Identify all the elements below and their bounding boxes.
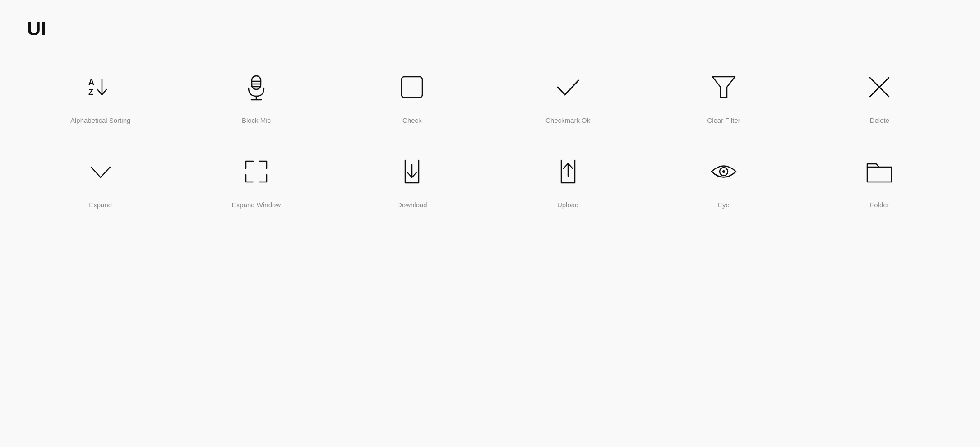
icon-item-expand-window: Expand Window [183, 151, 329, 209]
expand-icon [80, 151, 121, 192]
upload-icon [548, 151, 588, 192]
svg-marker-10 [712, 77, 735, 98]
svg-rect-3 [252, 76, 261, 89]
folder-icon [859, 151, 900, 192]
page-title: UI [27, 18, 953, 40]
alphabetical-sorting-icon: A Z [80, 67, 121, 107]
check-icon [392, 67, 432, 107]
expand-window-label: Expand Window [232, 201, 281, 209]
icon-item-expand: Expand [27, 151, 174, 209]
icon-item-alphabetical-sorting: A Z Alphabetical Sorting [27, 67, 174, 124]
eye-icon [703, 151, 744, 192]
checkmark-ok-label: Checkmark Ok [545, 116, 590, 124]
expand-label: Expand [89, 201, 112, 209]
icon-item-clear-filter: Clear Filter [650, 67, 797, 124]
svg-point-16 [722, 170, 725, 173]
svg-rect-9 [402, 77, 422, 98]
icon-grid-row2: Expand Expand Window [27, 151, 953, 209]
icon-item-folder: Folder [806, 151, 953, 209]
icon-item-upload: Upload [495, 151, 641, 209]
clear-filter-icon [703, 67, 744, 107]
download-icon [392, 151, 432, 192]
icon-item-check: Check [339, 67, 485, 124]
icon-grid-row1: A Z Alphabetical Sorting [27, 67, 953, 124]
icon-item-eye: Eye [650, 151, 797, 209]
clear-filter-label: Clear Filter [707, 116, 740, 124]
icon-item-checkmark-ok: Checkmark Ok [495, 67, 641, 124]
svg-text:Z: Z [88, 88, 93, 97]
eye-label: Eye [718, 201, 730, 209]
delete-icon [859, 67, 900, 107]
delete-label: Delete [870, 116, 889, 124]
icon-item-download: Download [339, 151, 485, 209]
upload-label: Upload [557, 201, 579, 209]
check-label: Check [402, 116, 422, 124]
alphabetical-sorting-label: Alphabetical Sorting [70, 116, 130, 124]
folder-label: Folder [870, 201, 889, 209]
icon-item-delete: Delete [806, 67, 953, 124]
expand-window-icon [236, 151, 277, 192]
icon-item-block-mic: Block Mic [183, 67, 329, 124]
block-mic-icon [236, 67, 277, 107]
download-label: Download [397, 201, 427, 209]
checkmark-ok-icon [548, 67, 588, 107]
svg-text:A: A [88, 78, 94, 87]
block-mic-label: Block Mic [242, 116, 271, 124]
